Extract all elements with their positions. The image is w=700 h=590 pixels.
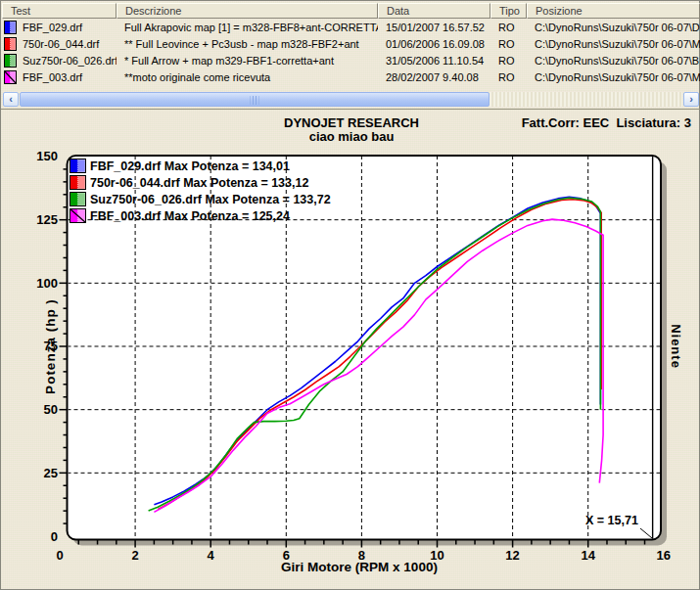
chart-legend: FBF_029.drf Max Potenza = 134,01750r-06_…: [70, 158, 331, 224]
chart-panel: DYNOJET RESEARCH ciao miao bau Fatt.Corr…: [1, 109, 700, 590]
legend-item: 750r-06_044.drf Max Potenza = 133,12: [70, 174, 331, 191]
legend-item: Suz750r-06_026.drf Max Potenza = 133,72: [70, 191, 331, 207]
legend-label: 750r-06_044.drf Max Potenza = 133,12: [90, 176, 308, 190]
cell-tipo: RO: [490, 38, 527, 50]
cell-posizione: C:\DynoRuns\Suzuki\750r 06-07\B: [527, 55, 700, 67]
table-row[interactable]: 750r-06_044.drf** Full Leovince + Pc3usb…: [2, 35, 700, 52]
y-axis-label: Potenza (hp ): [43, 298, 58, 394]
cell-tipo: RO: [490, 55, 527, 67]
x-axis-label: Giri Motore (RPM x 1000): [281, 560, 438, 574]
table-header: TestDescrizioneDataTipoPosizione: [2, 3, 700, 19]
x-tick-label: 4: [208, 548, 215, 563]
cell-posizione: C:\DynoRuns\Suzuki\750r 06-07\D: [527, 22, 700, 33]
cell-tipo: RO: [490, 22, 527, 33]
legend-label: FBF_003.drf Max Potenza = 125,24: [90, 209, 290, 223]
cell-data: 31/05/2006 11.10.54: [378, 55, 490, 67]
run-filename: FBF_029.drf: [23, 22, 82, 33]
scroll-left-button[interactable]: ‹: [3, 92, 19, 107]
legend-item: FBF_029.drf Max Potenza = 134,01: [70, 158, 331, 174]
y-tick-label: 50: [44, 402, 58, 417]
y-tick-label: 125: [36, 212, 58, 227]
scrollbar-grip-icon: [251, 96, 259, 105]
cell-data: 01/06/2006 16.09.08: [378, 38, 490, 50]
cell-tipo: RO: [490, 71, 527, 83]
cell-data: 28/02/2007 9.40.08: [378, 71, 490, 83]
table-body: FBF_029.drfFull Akrapovic map [1] = m328…: [2, 19, 700, 85]
run-filename: FBF_003.drf: [23, 71, 82, 83]
scroll-right-button[interactable]: ›: [683, 92, 699, 107]
cell-test: 750r-06_044.drf: [2, 37, 117, 51]
cell-descrizione: ** Full Leovince + Pc3usb - map m328-FBF…: [117, 38, 378, 50]
x-tick-label: 12: [505, 548, 519, 563]
winpep-window: TestDescrizioneDataTipoPosizione FBF_029…: [0, 0, 700, 590]
y-tick-label: 0: [51, 529, 58, 544]
column-header-tipo[interactable]: Tipo: [490, 3, 527, 19]
series-color-swatch: [70, 192, 86, 206]
legend-label: Suz750r-06_026.drf Max Potenza = 133,72: [90, 193, 331, 206]
series-color-swatch: [4, 37, 17, 51]
cell-descrizione: **moto originale come ricevuta: [117, 71, 378, 83]
runs-table: TestDescrizioneDataTipoPosizione FBF_029…: [1, 1, 700, 109]
table-row[interactable]: FBF_003.drf**moto originale come ricevut…: [2, 68, 700, 85]
x-tick-label: 2: [131, 548, 138, 563]
cell-test: FBF_003.drf: [2, 70, 117, 84]
cell-descrizione: Full Akrapovic map [1] = m328-FBF8+ant-C…: [117, 22, 378, 33]
legend-item: FBF_003.drf Max Potenza = 125,24: [70, 207, 331, 224]
cell-descrizione: * Full Arrow + map m329-FBF1-corretta+an…: [117, 55, 378, 67]
series-color-swatch: [70, 175, 86, 190]
table-horizontal-scrollbar: ‹ ›: [3, 91, 699, 107]
y-tick-label: 25: [44, 466, 58, 480]
series-color-swatch: [4, 70, 17, 84]
scrollbar-track[interactable]: [20, 92, 682, 107]
scrollbar-thumb[interactable]: [20, 92, 490, 107]
x-tick-label: 0: [56, 548, 63, 563]
series-color-swatch: [70, 208, 86, 223]
x-tick-label: 16: [657, 548, 671, 563]
legend-label: FBF_029.drf Max Potenza = 134,01: [90, 159, 290, 173]
run-filename: 750r-06_044.drf: [23, 38, 99, 50]
series-color-swatch: [4, 21, 17, 34]
right-axis-label: Niente: [669, 324, 683, 369]
column-header-test[interactable]: Test: [2, 3, 117, 19]
cell-test: FBF_029.drf: [2, 21, 117, 34]
table-row[interactable]: FBF_029.drfFull Akrapovic map [1] = m328…: [2, 19, 700, 35]
x-tick-label: 14: [581, 548, 595, 563]
cell-test: Suz750r-06_026.drf: [2, 54, 117, 68]
cell-posizione: C:\DynoRuns\Suzuki\750r 06-07\M: [527, 71, 700, 83]
series-color-swatch: [70, 159, 86, 173]
cursor-position-label: X = 15,71: [585, 514, 638, 527]
series-color-swatch: [4, 54, 17, 68]
table-row[interactable]: Suz750r-06_026.drf* Full Arrow + map m32…: [2, 52, 700, 68]
column-header-descrizione[interactable]: Descrizione: [117, 3, 378, 19]
cell-data: 15/01/2007 16.57.52: [378, 22, 490, 33]
cell-posizione: C:\DynoRuns\Suzuki\750r 06-07\M: [527, 38, 700, 50]
run-filename: Suz750r-06_026.drf: [23, 55, 117, 67]
column-header-posizione[interactable]: Posizione: [527, 3, 700, 19]
y-tick-label: 100: [36, 276, 58, 291]
y-tick-label: 150: [36, 149, 58, 163]
column-header-data[interactable]: Data: [378, 3, 490, 19]
